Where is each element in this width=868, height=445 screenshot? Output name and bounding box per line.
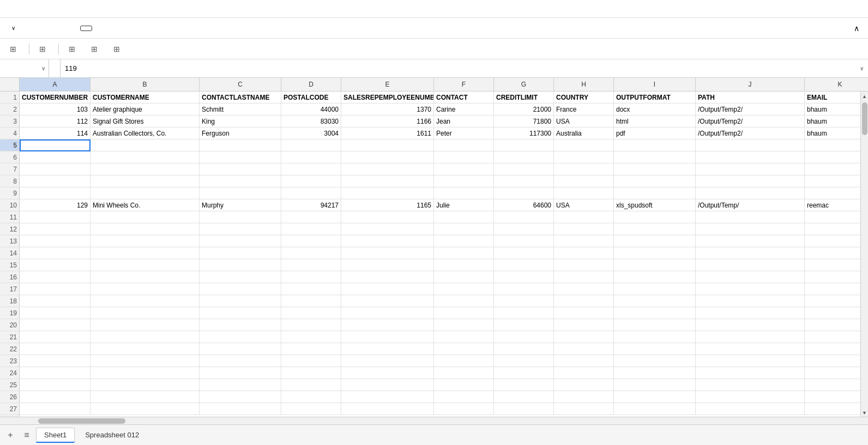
cell-C2[interactable]: Schmitt: [200, 103, 281, 115]
cell-E18[interactable]: [341, 295, 434, 307]
cell-J7[interactable]: [696, 163, 805, 175]
cell-E9[interactable]: [341, 187, 434, 199]
cell-D22[interactable]: [281, 343, 341, 355]
cell-F1[interactable]: CONTACT: [434, 92, 494, 103]
cell-H19[interactable]: [554, 307, 614, 319]
cell-C12[interactable]: [200, 223, 281, 235]
cell-A2[interactable]: 103: [20, 103, 91, 115]
cell-B6[interactable]: [91, 151, 200, 163]
formula-expand-button[interactable]: ∨: [855, 65, 868, 71]
cell-G11[interactable]: [494, 211, 554, 223]
cell-D7[interactable]: [281, 163, 341, 175]
cell-K20[interactable]: [805, 319, 868, 331]
cell-B12[interactable]: [91, 223, 200, 235]
cell-B9[interactable]: [91, 187, 200, 199]
cell-K26[interactable]: [805, 391, 868, 403]
cell-I24[interactable]: [614, 367, 696, 379]
cell-J4[interactable]: /Output/Temp2/: [696, 127, 805, 139]
cell-A10[interactable]: 129: [20, 199, 91, 211]
cell-B8[interactable]: [91, 175, 200, 187]
cell-D12[interactable]: [281, 223, 341, 235]
cell-J10[interactable]: /Output/Temp/: [696, 199, 805, 211]
col-header-J[interactable]: J: [696, 78, 805, 91]
menu-file[interactable]: ∨: [4, 22, 21, 34]
cell-D2[interactable]: 44000: [281, 103, 341, 115]
cell-D19[interactable]: [281, 307, 341, 319]
scroll-up-button[interactable]: ▲: [861, 93, 869, 100]
cell-C17[interactable]: [200, 283, 281, 295]
cell-A5[interactable]: [20, 139, 91, 151]
sheet-tab-sheet1[interactable]: Sheet1: [36, 428, 75, 443]
cell-E2[interactable]: 1370: [341, 103, 434, 115]
cell-J5[interactable]: [696, 139, 805, 151]
cell-G1[interactable]: CREDITLIMIT: [494, 92, 554, 103]
cell-H17[interactable]: [554, 283, 614, 295]
cell-A26[interactable]: [20, 391, 91, 403]
cell-D9[interactable]: [281, 187, 341, 199]
cell-B24[interactable]: [91, 367, 200, 379]
col-header-D[interactable]: D: [281, 78, 341, 91]
cell-D13[interactable]: [281, 235, 341, 247]
cell-J27[interactable]: [696, 403, 805, 415]
cell-J9[interactable]: [696, 187, 805, 199]
cell-A23[interactable]: [20, 355, 91, 367]
cell-D16[interactable]: [281, 271, 341, 283]
cell-A16[interactable]: [20, 271, 91, 283]
cell-B11[interactable]: [91, 211, 200, 223]
cell-J13[interactable]: [696, 235, 805, 247]
cell-I5[interactable]: [614, 139, 696, 151]
cell-F18[interactable]: [434, 295, 494, 307]
cell-I17[interactable]: [614, 283, 696, 295]
cell-F27[interactable]: [434, 403, 494, 415]
cell-A13[interactable]: [20, 235, 91, 247]
cell-C25[interactable]: [200, 379, 281, 391]
cell-F20[interactable]: [434, 319, 494, 331]
cell-I23[interactable]: [614, 355, 696, 367]
vertical-scroll-thumb[interactable]: [862, 102, 867, 135]
cell-F9[interactable]: [434, 187, 494, 199]
cell-E12[interactable]: [341, 223, 434, 235]
cell-I27[interactable]: [614, 403, 696, 415]
cell-C22[interactable]: [200, 343, 281, 355]
cell-E17[interactable]: [341, 283, 434, 295]
cell-H27[interactable]: [554, 403, 614, 415]
cell-B22[interactable]: [91, 343, 200, 355]
cell-J11[interactable]: [696, 211, 805, 223]
cell-I20[interactable]: [614, 319, 696, 331]
cell-K16[interactable]: [805, 271, 868, 283]
cell-I10[interactable]: xls_spudsoft: [614, 199, 696, 211]
cell-G23[interactable]: [494, 355, 554, 367]
cell-A25[interactable]: [20, 379, 91, 391]
cell-K2[interactable]: bhaum: [805, 103, 868, 115]
cell-C24[interactable]: [200, 367, 281, 379]
cell-I26[interactable]: [614, 391, 696, 403]
cell-A9[interactable]: [20, 187, 91, 199]
cell-G21[interactable]: [494, 331, 554, 343]
cell-I18[interactable]: [614, 295, 696, 307]
cell-H12[interactable]: [554, 223, 614, 235]
cell-E15[interactable]: [341, 259, 434, 271]
cell-H25[interactable]: [554, 379, 614, 391]
cell-K17[interactable]: [805, 283, 868, 295]
collapse-ribbon-button[interactable]: ∧: [849, 23, 864, 34]
cell-H6[interactable]: [554, 151, 614, 163]
cell-J21[interactable]: [696, 331, 805, 343]
cell-H7[interactable]: [554, 163, 614, 175]
cell-G20[interactable]: [494, 319, 554, 331]
freeze-columns-button[interactable]: ⊞: [108, 42, 128, 56]
cell-D23[interactable]: [281, 355, 341, 367]
cell-F23[interactable]: [434, 355, 494, 367]
cell-C5[interactable]: [200, 139, 281, 151]
cell-F5[interactable]: [434, 139, 494, 151]
cell-J19[interactable]: [696, 307, 805, 319]
cell-I8[interactable]: [614, 175, 696, 187]
cell-I1[interactable]: OUTPUTFORMAT: [614, 92, 696, 103]
cell-C4[interactable]: Ferguson: [200, 127, 281, 139]
cell-H2[interactable]: France: [554, 103, 614, 115]
col-header-C[interactable]: C: [200, 78, 281, 91]
cell-F17[interactable]: [434, 283, 494, 295]
cell-K15[interactable]: [805, 259, 868, 271]
cell-H13[interactable]: [554, 235, 614, 247]
cell-I12[interactable]: [614, 223, 696, 235]
cell-A4[interactable]: 114: [20, 127, 91, 139]
